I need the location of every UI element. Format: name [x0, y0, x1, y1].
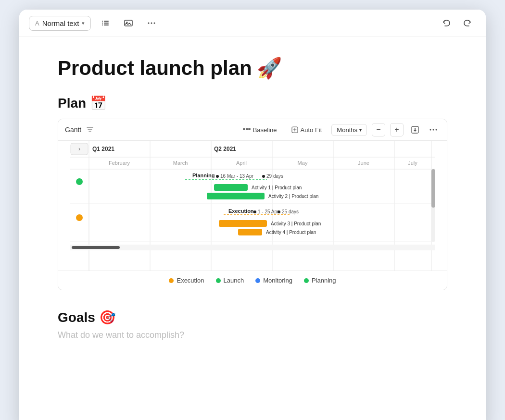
svg-rect-2: [102, 23, 103, 24]
launch-dot: [216, 278, 221, 283]
monitoring-dot: [255, 278, 260, 283]
autofit-button[interactable]: Auto Fit: [287, 124, 327, 136]
baseline-button[interactable]: Baseline: [238, 124, 282, 136]
export-icon: [411, 125, 419, 134]
svg-point-18: [436, 129, 437, 131]
svg-rect-67: [72, 246, 120, 249]
plan-section-title: Plan 📅: [58, 95, 447, 111]
svg-point-43: [216, 175, 219, 178]
gantt-svg: › Q1 2021 Q2 2021 February March April M…: [58, 141, 447, 271]
svg-rect-66: [70, 245, 435, 250]
svg-text:›: ›: [78, 146, 80, 152]
redo-button[interactable]: [459, 14, 476, 32]
execution-label: Execution: [177, 277, 204, 284]
planning-dot: [304, 278, 309, 283]
legend-item-planning: Planning: [304, 277, 336, 284]
goals-title: Goals 🎯: [58, 309, 447, 325]
gantt-more-icon: [429, 125, 438, 134]
svg-point-17: [433, 129, 434, 131]
svg-rect-47: [214, 184, 248, 191]
zoom-out-button[interactable]: −: [372, 123, 385, 136]
gantt-more-button[interactable]: [427, 123, 440, 136]
zoom-in-button[interactable]: +: [390, 123, 404, 136]
gantt-chart: › Q1 2021 Q2 2021 February March April M…: [58, 141, 447, 271]
undo-button[interactable]: [438, 14, 455, 32]
list-icon-button[interactable]: [97, 14, 114, 32]
svg-rect-4: [102, 25, 103, 25]
svg-rect-11: [243, 128, 245, 130]
svg-text:Execution: Execution: [228, 208, 254, 214]
legend-item-monitoring: Monitoring: [255, 277, 292, 284]
svg-rect-12: [246, 128, 248, 130]
svg-text:Planning: Planning: [192, 173, 215, 178]
svg-text:Activity 4 | Product plan: Activity 4 | Product plan: [266, 230, 316, 235]
svg-text:Activity 3 | Product plan: Activity 3 | Product plan: [271, 221, 321, 226]
svg-rect-3: [104, 23, 109, 24]
more-icon: [147, 18, 156, 28]
baseline-label: Baseline: [253, 126, 277, 134]
gantt-wrapper: Gantt Baseline: [58, 119, 447, 290]
svg-text:Activity 1 | Product plan: Activity 1 | Product plan: [252, 185, 302, 190]
redo-icon: [463, 18, 472, 28]
undo-icon: [442, 18, 451, 28]
svg-point-16: [430, 129, 431, 131]
svg-rect-13: [248, 128, 251, 130]
filter-icon[interactable]: [86, 125, 94, 135]
svg-text:June: June: [358, 160, 369, 166]
image-icon-button[interactable]: [120, 14, 137, 32]
svg-rect-5: [104, 25, 109, 25]
baseline-icon: [243, 127, 251, 133]
svg-text:April: April: [236, 160, 247, 166]
svg-rect-1: [104, 21, 109, 22]
autofit-label: Auto Fit: [301, 126, 322, 134]
monitoring-label: Monitoring: [263, 277, 292, 284]
legend-item-launch: Launch: [216, 277, 244, 284]
title-emoji: 🚀: [257, 56, 282, 80]
zoom-in-icon: +: [394, 125, 399, 134]
toolbar-right: [438, 14, 476, 32]
goals-emoji: 🎯: [99, 310, 116, 325]
svg-rect-59: [219, 220, 267, 227]
more-icon-button[interactable]: [143, 14, 160, 32]
svg-rect-65: [431, 169, 435, 208]
svg-rect-61: [238, 229, 262, 235]
toolbar: A Normal text ▾: [19, 10, 486, 37]
svg-text:July: July: [408, 160, 417, 166]
svg-text:25 days: 25 days: [282, 209, 299, 214]
svg-point-10: [154, 23, 155, 24]
export-button[interactable]: [408, 123, 422, 136]
chevron-down-icon: ▾: [82, 20, 85, 26]
svg-point-9: [151, 23, 152, 24]
svg-text:Q2 2021: Q2 2021: [214, 146, 236, 152]
svg-point-52: [76, 214, 83, 221]
months-dropdown[interactable]: Months ▾: [331, 124, 367, 136]
svg-text:1 - 25 Apr: 1 - 25 Apr: [258, 209, 279, 214]
list-icon: [101, 18, 110, 28]
autofit-icon: [291, 126, 298, 133]
svg-text:29 days: 29 days: [266, 173, 283, 179]
months-label: Months: [337, 126, 357, 134]
gantt-toolbar: Gantt Baseline: [58, 119, 447, 141]
execution-dot: [169, 278, 174, 283]
svg-point-57: [278, 210, 280, 213]
svg-rect-0: [102, 21, 103, 22]
svg-point-8: [148, 23, 150, 24]
text-format-button[interactable]: A Normal text ▾: [29, 16, 91, 31]
planning-label: Planning: [312, 277, 336, 284]
plan-emoji: 📅: [90, 95, 107, 111]
gantt-label: Gantt: [65, 126, 81, 134]
page-title: Product launch plan 🚀: [58, 56, 447, 80]
image-icon: [124, 18, 133, 28]
svg-point-55: [253, 210, 256, 213]
svg-point-45: [262, 175, 265, 178]
svg-text:Q1 2021: Q1 2021: [92, 146, 114, 152]
content: Product launch plan 🚀 Plan 📅 Gantt: [19, 37, 486, 420]
svg-point-39: [76, 178, 83, 185]
svg-text:February: February: [109, 160, 130, 166]
app-container: A Normal text ▾: [19, 10, 486, 420]
legend-item-execution: Execution: [169, 277, 204, 284]
text-format-icon: A: [35, 20, 39, 27]
goals-placeholder[interactable]: What do we want to accomplish?: [58, 330, 447, 340]
launch-label: Launch: [224, 277, 244, 284]
gantt-legend: Execution Launch Monitoring Planning: [58, 271, 447, 290]
